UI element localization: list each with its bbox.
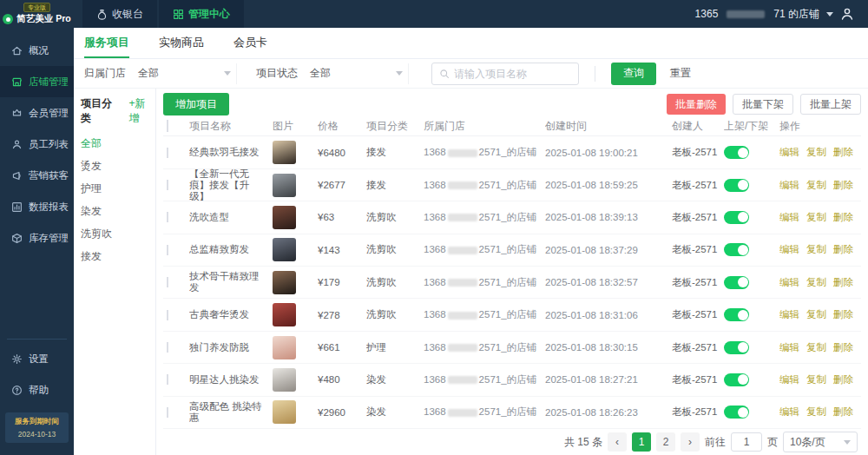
edit-link[interactable]: 编辑 [779, 146, 799, 159]
tab-physical-goods[interactable]: 实物商品 [159, 35, 204, 58]
next-page-button[interactable]: › [681, 432, 700, 452]
account-menu[interactable]: 136571 的店铺 [695, 7, 868, 22]
prev-page-button[interactable]: ‹ [608, 432, 627, 452]
edit-link[interactable]: 编辑 [779, 308, 799, 321]
copy-link[interactable]: 复制 [806, 373, 826, 386]
sidebar-item-label: 数据报表 [29, 201, 69, 214]
status-toggle[interactable] [724, 243, 749, 256]
tab-cashier-label: 收银台 [112, 7, 143, 22]
delete-link[interactable]: 删除 [833, 146, 853, 159]
copy-link[interactable]: 复制 [806, 341, 826, 354]
batch-off-shelf-button[interactable]: 批量下架 [733, 94, 793, 115]
page-button-1[interactable]: 1 [632, 432, 651, 452]
edit-link[interactable]: 编辑 [779, 406, 799, 419]
status-toggle[interactable] [724, 341, 749, 354]
select-all-checkbox[interactable] [167, 120, 168, 132]
sidebar-item-data-reports[interactable]: 数据报表 [0, 191, 74, 222]
item-created-time: 2025-01-08 18:26:23 [545, 407, 672, 418]
sidebar-item-settings[interactable]: 设置 [0, 343, 74, 374]
sidebar-item-label: 营销获客 [29, 169, 69, 182]
delete-link[interactable]: 删除 [833, 211, 853, 224]
marketing-icon [11, 170, 23, 181]
copy-link[interactable]: 复制 [806, 308, 826, 321]
topbar: 专业版 简艺美业 Pro 收银台 管理中心 136571 的店铺 [0, 0, 868, 28]
goto-page-input[interactable] [731, 432, 762, 452]
row-checkbox[interactable] [167, 212, 168, 222]
row-checkbox[interactable] [167, 180, 168, 190]
row-checkbox[interactable] [167, 245, 168, 255]
delete-link[interactable]: 删除 [833, 406, 853, 419]
table-row: 独门养发防脱 ¥661 护理 13682571_的店铺 2025-01-08 1… [163, 332, 861, 364]
item-price: ¥480 [318, 374, 366, 385]
status-toggle[interactable] [724, 373, 749, 386]
item-creator: 老板-2571 [672, 308, 724, 321]
copy-link[interactable]: 复制 [806, 243, 826, 256]
sidebar-item-marketing[interactable]: 营销获客 [0, 160, 74, 191]
sidebar-item-inventory[interactable]: 库存管理 [0, 222, 74, 254]
status-toggle[interactable] [724, 179, 749, 192]
item-creator: 老板-2571 [672, 406, 724, 419]
copy-link[interactable]: 复制 [806, 406, 826, 419]
category-item-extensions[interactable]: 接发 [81, 249, 155, 264]
page-button-2[interactable]: 2 [656, 432, 675, 452]
batch-on-shelf-button[interactable]: 批量上架 [800, 94, 861, 115]
add-category-link[interactable]: +新增 [128, 96, 155, 126]
edit-link[interactable]: 编辑 [779, 373, 799, 386]
row-checkbox[interactable] [167, 277, 168, 287]
delete-link[interactable]: 删除 [833, 243, 853, 256]
copy-link[interactable]: 复制 [806, 146, 826, 159]
sidebar-item-overview[interactable]: 概况 [0, 35, 74, 66]
reset-button[interactable]: 重置 [663, 63, 698, 85]
copy-link[interactable]: 复制 [806, 179, 826, 192]
sidebar-item-store-management[interactable]: 店铺管理 [0, 66, 74, 97]
category-item-dye[interactable]: 染发 [81, 204, 155, 219]
status-filter-select[interactable]: 全部 [305, 63, 409, 84]
logo-icon [3, 14, 13, 24]
chevron-down-icon [224, 71, 231, 76]
delete-link[interactable]: 删除 [833, 373, 853, 386]
sidebar-item-help[interactable]: 帮助 [0, 374, 74, 406]
status-toggle[interactable] [724, 276, 749, 289]
copy-link[interactable]: 复制 [806, 276, 826, 289]
edit-link[interactable]: 编辑 [779, 243, 799, 256]
row-checkbox[interactable] [167, 374, 168, 385]
status-toggle[interactable] [724, 406, 749, 419]
category-panel: 项目分类 +新增 全部 烫发 护理 染发 洗剪吹 接发 [74, 89, 156, 455]
per-page-select[interactable]: 10条/页 [783, 432, 858, 452]
store-filter-select[interactable]: 全部 [133, 63, 237, 84]
delete-link[interactable]: 删除 [833, 341, 853, 354]
item-thumbnail [273, 303, 296, 326]
user-icon[interactable] [840, 7, 854, 21]
tab-admin-center[interactable]: 管理中心 [159, 0, 244, 28]
edit-link[interactable]: 编辑 [779, 211, 799, 224]
batch-delete-button[interactable]: 批量删除 [667, 94, 726, 115]
category-item-all[interactable]: 全部 [81, 136, 155, 151]
sidebar-item-member-management[interactable]: 会员管理 [0, 97, 74, 129]
copy-link[interactable]: 复制 [806, 211, 826, 224]
tab-service-items[interactable]: 服务项目 [84, 35, 129, 58]
edit-link[interactable]: 编辑 [779, 179, 799, 192]
row-checkbox[interactable] [167, 407, 168, 418]
status-toggle[interactable] [724, 146, 749, 159]
category-item-wash-cut[interactable]: 洗剪吹 [81, 227, 155, 241]
edit-link[interactable]: 编辑 [779, 341, 799, 354]
chevron-down-icon [844, 440, 851, 445]
delete-link[interactable]: 删除 [833, 179, 853, 192]
row-checkbox[interactable] [167, 310, 168, 320]
tab-membership-cards[interactable]: 会员卡 [233, 35, 267, 58]
category-item-care[interactable]: 护理 [81, 181, 155, 196]
edit-link[interactable]: 编辑 [779, 276, 799, 289]
sidebar-item-staff-list[interactable]: 员工列表 [0, 129, 74, 160]
search-button[interactable]: 查询 [611, 63, 656, 85]
status-toggle[interactable] [724, 211, 749, 224]
status-toggle[interactable] [724, 308, 749, 321]
add-item-button[interactable]: 增加项目 [163, 93, 229, 115]
search-input[interactable] [454, 68, 567, 80]
tab-cashier[interactable]: 收银台 [82, 0, 157, 28]
row-checkbox[interactable] [167, 148, 168, 158]
per-page-value: 10条/页 [790, 435, 825, 450]
delete-link[interactable]: 删除 [833, 276, 853, 289]
row-checkbox[interactable] [167, 342, 168, 353]
category-item-perm[interactable]: 烫发 [81, 159, 155, 174]
delete-link[interactable]: 删除 [833, 308, 853, 321]
